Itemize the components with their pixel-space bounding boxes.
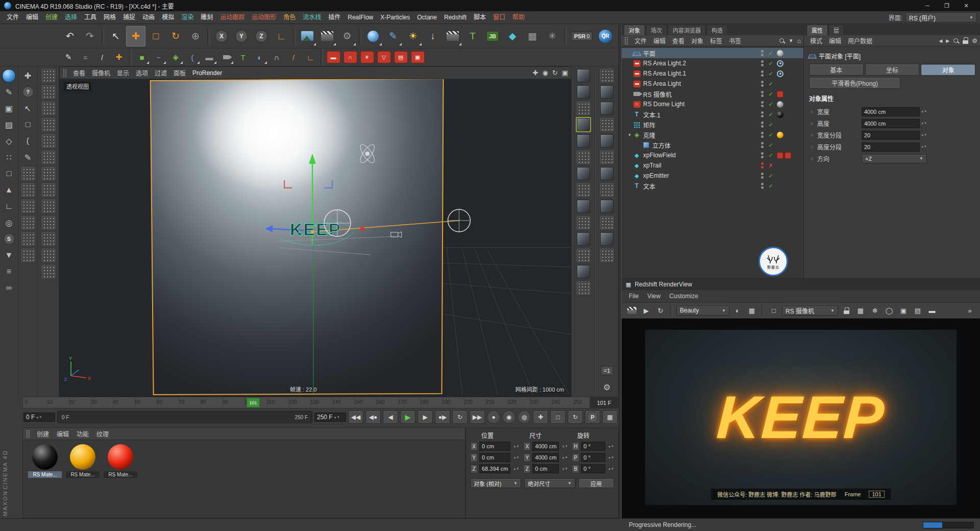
rs-portal-light-button[interactable]: ▤: [393, 50, 409, 65]
primitive-cube-button[interactable]: ■: [134, 50, 150, 65]
maximize-button[interactable]: ❐: [937, 3, 957, 9]
lock-y-axis-button[interactable]: Y: [232, 26, 251, 46]
visibility-dots[interactable]: [761, 152, 764, 158]
viewport-menu-view[interactable]: 查看: [70, 68, 88, 77]
height-field[interactable]: 4000 cm▲▼: [862, 119, 927, 128]
gear-icon[interactable]: ⚙: [972, 37, 977, 44]
panel-grip-icon[interactable]: [624, 37, 629, 44]
palette-icon[interactable]: [20, 215, 36, 230]
rs-ies-light-button[interactable]: ▽: [376, 50, 392, 65]
enable-check-icon[interactable]: ✓: [767, 91, 774, 98]
rs-camera-button[interactable]: ▣: [409, 50, 426, 65]
model-mode-button[interactable]: ▣: [2, 101, 17, 116]
object-row-area-light-1[interactable]: RS Area Light.1 ✓: [622, 68, 803, 79]
menu-motion-tracker[interactable]: 运动跟踪: [216, 11, 248, 24]
start-frame-field[interactable]: 0 F▲▼: [23, 413, 55, 422]
home-icon[interactable]: ⌂: [797, 37, 801, 44]
attr-tab-phong[interactable]: 平滑着色(Phong): [809, 77, 900, 89]
light-gizmo-circle[interactable]: [324, 210, 351, 236]
om-menu-object[interactable]: 对象: [688, 36, 706, 45]
attr-menu-userdata[interactable]: 用户数据: [845, 36, 875, 45]
apply-button[interactable]: 应用: [578, 478, 614, 488]
rotation-p-field[interactable]: 0 °: [581, 453, 605, 462]
visibility-dots[interactable]: [761, 50, 764, 56]
filter-icon[interactable]: ▼: [789, 38, 794, 43]
material-item[interactable]: RS Mate...: [104, 444, 137, 478]
zoom-view-icon[interactable]: ◉: [542, 69, 548, 77]
interface-dropdown[interactable]: RS (用户)▼: [905, 13, 977, 22]
visibility-dots[interactable]: [761, 162, 764, 168]
visibility-dots[interactable]: [761, 183, 764, 189]
crop-icon[interactable]: □: [768, 305, 780, 316]
tab-structure[interactable]: 构造: [706, 25, 728, 35]
tool-icon-active[interactable]: [576, 117, 591, 132]
search-icon[interactable]: [779, 38, 785, 44]
expand-arrow-icon[interactable]: ▼: [627, 133, 632, 137]
close-button[interactable]: ✕: [957, 3, 976, 9]
region-render-icon[interactable]: ◯: [883, 305, 895, 316]
width-segments-field[interactable]: 20▲▼: [862, 131, 927, 140]
render-result-area[interactable]: KEEP 微信公众号: 野鹿志 微博: 野鹿志 作者: 马鹿野郎 Frame 1…: [622, 319, 980, 518]
om-menu-bookmarks[interactable]: 书签: [726, 36, 744, 45]
tool-icon[interactable]: [576, 231, 591, 247]
palette-icon[interactable]: [41, 231, 56, 247]
tool-icon[interactable]: [599, 117, 615, 132]
timeline-track[interactable]: 0 10 20 30 40 50 60 70 80 90 100 110 120…: [23, 397, 590, 408]
jb-plugin-button[interactable]: JB: [483, 26, 502, 46]
menu-octane[interactable]: Octane: [413, 11, 440, 24]
start-render-icon[interactable]: ▶: [640, 305, 652, 316]
perspective-viewport[interactable]: 查看 摄像机 显示 选项 过滤 面板 ProRender ✚ ◉ ↻ ▣: [59, 66, 572, 397]
object-row-plane[interactable]: 平面 ✓: [622, 48, 803, 58]
viewport-canvas[interactable]: KEEP: [60, 79, 571, 396]
enable-check-icon[interactable]: ✓: [767, 142, 774, 149]
tool-icon[interactable]: [576, 84, 591, 100]
make-editable-button[interactable]: ✎: [2, 84, 17, 100]
tab-takes[interactable]: 场次: [646, 25, 667, 35]
help-button[interactable]: ?: [20, 84, 36, 100]
palette-icon[interactable]: [41, 264, 56, 279]
object-row-rs-camera[interactable]: RS 摄像机 ✓: [622, 89, 803, 99]
workplane-mode-button[interactable]: ◇: [2, 133, 17, 149]
visibility-dots[interactable]: [761, 111, 764, 117]
anim-dot-icon[interactable]: ○: [809, 109, 815, 114]
lock-x-axis-button[interactable]: X: [212, 26, 231, 46]
lock-icon[interactable]: [963, 37, 968, 44]
timeline-playhead[interactable]: 101: [247, 398, 260, 407]
polygons-mode-button[interactable]: ▲: [2, 182, 17, 198]
rs-dome-light-button[interactable]: ∩: [342, 50, 358, 65]
save-image-icon[interactable]: ▤: [912, 305, 924, 316]
om-menu-tags[interactable]: 标签: [707, 36, 725, 45]
tool-icon[interactable]: [599, 231, 615, 247]
autokey-toggle-button[interactable]: ◉: [502, 411, 516, 424]
anim-dot-icon[interactable]: ○: [809, 133, 815, 138]
next-key-button[interactable]: ●▶: [435, 411, 450, 424]
mograph-cloner-button[interactable]: ◈: [167, 50, 184, 65]
material-item[interactable]: RS Mate...: [28, 444, 62, 478]
orientation-dropdown[interactable]: +Z▼: [862, 154, 927, 163]
xparticles-button[interactable]: ◆: [503, 26, 522, 46]
menu-animate[interactable]: 动画: [139, 11, 158, 24]
magic-merge-button[interactable]: ✳: [543, 26, 562, 46]
rs-area-light-button[interactable]: ▬: [325, 50, 341, 65]
timeline-ruler[interactable]: 0 10 20 30 40 50 60 70 80 90 100 110 120…: [22, 397, 619, 408]
size-y-field[interactable]: 4000 cm: [532, 453, 559, 462]
tool-icon[interactable]: [576, 150, 591, 165]
menu-snap[interactable]: 捕捉: [119, 11, 139, 24]
visibility-dots[interactable]: [761, 122, 764, 128]
object-row-xpemitter[interactable]: ◆ xpEmitter ✓: [622, 171, 803, 181]
play-button[interactable]: ▶: [400, 411, 415, 424]
tool-icon[interactable]: [576, 166, 591, 181]
panel-grip-icon[interactable]: [63, 69, 67, 77]
menu-realflow[interactable]: RealFlow: [344, 11, 377, 24]
anim-dot-icon[interactable]: ○: [809, 156, 815, 161]
layers-button[interactable]: ≡: [2, 264, 17, 279]
array-button[interactable]: ▦: [523, 26, 542, 46]
current-frame-field[interactable]: 101 F: [590, 397, 618, 408]
material-menu-create[interactable]: 创建: [33, 429, 53, 438]
object-row-area-light-2[interactable]: RS Area Light.2 ✓: [622, 58, 803, 68]
lock-camera-icon[interactable]: [840, 305, 852, 316]
coordinate-system-button[interactable]: ∟: [272, 26, 291, 46]
menu-help[interactable]: 帮助: [509, 11, 528, 24]
tool-icon[interactable]: [576, 68, 591, 83]
motext-button-2[interactable]: T: [235, 50, 251, 65]
